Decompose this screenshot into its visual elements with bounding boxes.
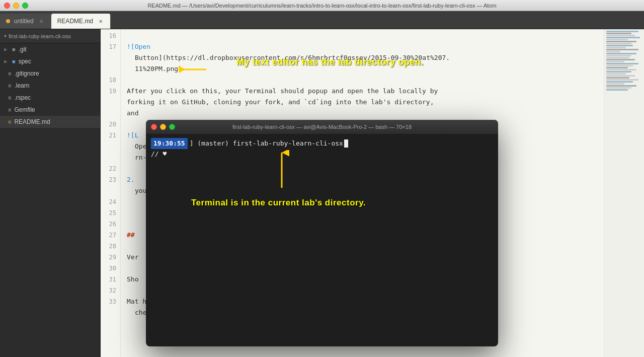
sidebar-item-label: .rspec: [14, 94, 31, 101]
code-line: and: [127, 108, 604, 119]
minimap-line: [606, 77, 629, 79]
minimize-button[interactable]: [13, 3, 19, 9]
terminal-content[interactable]: 19:30:55 ] (master) first-lab-ruby-learn…: [146, 134, 498, 163]
line-num: [101, 152, 116, 163]
folder-arrow: ▶: [4, 59, 9, 64]
minimap-line: [606, 67, 628, 68]
minimap-lines: [604, 29, 644, 92]
minimap-line: [606, 61, 624, 62]
line-num: 26: [101, 219, 116, 230]
minimap-line: [606, 87, 631, 89]
line-num: 23: [101, 174, 116, 185]
window-title: README.md — /Users/avi/Development/curri…: [147, 3, 496, 9]
line-num: 33: [101, 296, 116, 307]
minimap-line: [606, 45, 633, 46]
maximize-button[interactable]: [22, 3, 28, 9]
tab-label: README.md: [57, 18, 93, 25]
sidebar-item-git[interactable]: ▶ ■ .git: [0, 43, 100, 55]
file-icon: ≡: [8, 119, 11, 125]
line-num: 24: [101, 196, 116, 207]
line-num: 31: [101, 274, 116, 285]
terminal-title: first-lab-ruby-learn-cli-osx — avi@Avis-…: [232, 124, 412, 130]
sidebar-item-rspec[interactable]: ≡ .rspec: [0, 92, 100, 104]
sidebar-item-label: .gitignore: [14, 70, 39, 77]
editor-area: 16 17 18 19 20 21 22 23 24 25 26 27 28: [101, 29, 604, 357]
sidebar-item-spec[interactable]: ▶ ■ spec: [0, 55, 100, 67]
sidebar-root-label[interactable]: first-lab-ruby-learn-cli-osx: [9, 33, 71, 39]
tab-close-button[interactable]: ✕: [97, 18, 104, 25]
terminal-minimize-button[interactable]: [160, 124, 166, 130]
folder-icon: ■: [12, 58, 16, 64]
line-num: 25: [101, 207, 116, 219]
minimap-line: [606, 85, 636, 87]
minimap-line: [606, 31, 638, 32]
line-num: 27: [101, 230, 116, 241]
sidebar-item-label: .learn: [14, 82, 29, 89]
file-icon: ≡: [8, 95, 11, 101]
minimap-line: [606, 43, 631, 44]
left-arrow-annotation: [179, 62, 209, 79]
minimap-line: [606, 63, 638, 64]
title-bar: README.md — /Users/avi/Development/curri…: [0, 0, 644, 11]
line-num: 18: [101, 75, 116, 86]
sidebar-item-label: Gemfile: [14, 106, 35, 113]
sidebar-header: ▾ first-lab-ruby-learn-cli-osx: [0, 29, 100, 43]
line-num: 16: [101, 30, 116, 41]
terminal-close-button[interactable]: [151, 124, 157, 130]
traffic-lights: [4, 3, 28, 9]
minimap-line: [606, 65, 633, 66]
terminal-window: first-lab-ruby-learn-cli-osx — avi@Avis-…: [146, 120, 498, 346]
minimap-line: [606, 79, 638, 81]
tab-readme[interactable]: README.md ✕: [51, 14, 111, 29]
up-arrow-icon: [274, 150, 289, 190]
file-icon: ≡: [8, 70, 11, 77]
minimap-line: [606, 53, 636, 54]
tab-untitled[interactable]: untitled ✕: [0, 14, 51, 29]
minimap-line: [606, 71, 631, 73]
file-icon: ≡: [8, 107, 11, 113]
minimap-line: [606, 59, 635, 60]
folder-icon: ■: [12, 46, 16, 52]
terminal-maximize-button[interactable]: [169, 124, 175, 130]
annotation-top: My text editor has the lab directory ope…: [236, 57, 424, 67]
terminal-prompt: 19:30:55 ] (master) first-lab-ruby-learn…: [151, 138, 493, 149]
folder-arrow: ▶: [4, 47, 9, 52]
terminal-cursor: [344, 139, 348, 148]
tab-label: untitled: [14, 18, 34, 25]
line-num: [101, 185, 116, 196]
line-num: 30: [101, 263, 116, 274]
minimap-content: [604, 29, 644, 357]
tab-close-button[interactable]: ✕: [38, 18, 45, 25]
main-area: ▾ first-lab-ruby-learn-cli-osx ▶ ■ .git …: [0, 29, 644, 357]
minimap-line: [606, 83, 624, 85]
code-line: [127, 30, 604, 41]
line-num: [101, 141, 116, 152]
sidebar-item-label: README.md: [14, 118, 50, 125]
line-num: 17: [101, 41, 116, 52]
sidebar-item-gitignore[interactable]: ≡ .gitignore: [0, 67, 100, 80]
sidebar-item-label: spec: [19, 58, 31, 65]
line-num: [101, 307, 116, 318]
minimap-line: [606, 89, 628, 91]
sidebar-item-gemfile[interactable]: ≡ Gemfile: [0, 104, 100, 116]
minimap-line: [606, 69, 636, 70]
sidebar-item-readme[interactable]: ≡ README.md: [0, 116, 100, 128]
minimap-line: [606, 81, 633, 83]
line-numbers: 16 17 18 19 20 21 22 23 24 25 26 27 28: [101, 29, 121, 357]
left-arrow-icon: [179, 62, 209, 77]
line-num: 21: [101, 130, 116, 141]
minimap-line: [606, 33, 631, 34]
minimap-line: [606, 37, 640, 38]
minimap-line: [606, 39, 628, 40]
line-num: [101, 52, 116, 63]
line-num: 29: [101, 252, 116, 263]
line-num: 20: [101, 119, 116, 130]
sidebar-item-label: .git: [19, 46, 27, 53]
tab-modified-dot: [6, 19, 10, 23]
sidebar-item-learn[interactable]: ≡ .learn: [0, 80, 100, 92]
annotation-bottom: Terminal is in the current lab's directo…: [191, 198, 366, 208]
close-button[interactable]: [4, 3, 10, 9]
code-line: ![Open: [127, 41, 604, 52]
minimap-line: [606, 51, 620, 52]
expand-arrow: ▾: [4, 33, 7, 39]
